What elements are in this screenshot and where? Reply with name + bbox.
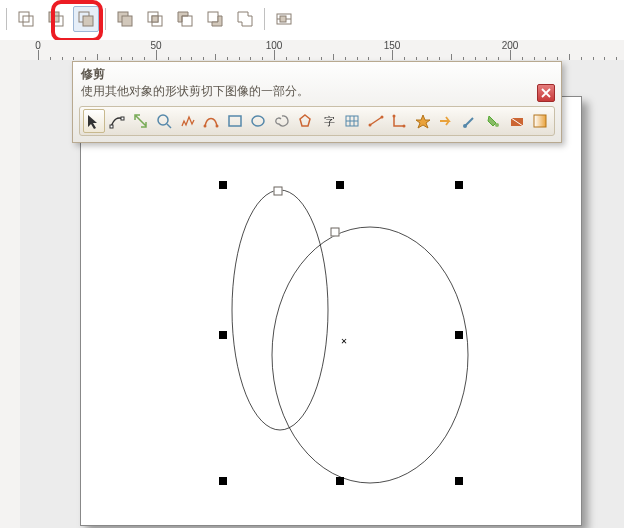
selection-handle[interactable] (336, 181, 344, 189)
connector-icon[interactable] (389, 109, 411, 133)
freehand-icon[interactable] (177, 109, 199, 133)
svg-point-35 (403, 125, 406, 128)
eyedropper-icon[interactable] (459, 109, 481, 133)
svg-rect-10 (152, 16, 158, 22)
selection-handle[interactable] (336, 477, 344, 485)
tooltip-title: 修剪 (73, 62, 561, 83)
svg-rect-24 (229, 116, 241, 126)
close-button[interactable] (537, 84, 555, 102)
svg-point-33 (380, 116, 383, 119)
zoom-icon[interactable] (154, 109, 176, 133)
svg-rect-12 (208, 12, 218, 22)
selection-center-marker: ✕ (341, 335, 347, 346)
selection-handle[interactable] (455, 477, 463, 485)
svg-point-36 (463, 124, 467, 128)
selection-handle[interactable] (219, 331, 227, 339)
svg-point-20 (158, 115, 168, 125)
selection-handle[interactable] (219, 477, 227, 485)
align-to-page-icon[interactable] (271, 6, 297, 32)
object-node-handle[interactable] (331, 228, 340, 237)
drawing-page (80, 96, 582, 526)
svg-text:字: 字 (324, 115, 335, 127)
ellipse-icon[interactable] (248, 109, 270, 133)
svg-point-22 (204, 125, 207, 128)
svg-rect-11 (182, 16, 192, 26)
toolbar-divider (264, 8, 265, 30)
back-minus-front-icon[interactable] (202, 6, 228, 32)
svg-rect-5 (83, 16, 93, 26)
polygon-icon[interactable] (295, 109, 317, 133)
table-icon[interactable] (342, 109, 364, 133)
node-edit-icon[interactable] (107, 109, 129, 133)
dimension-icon[interactable] (365, 109, 387, 133)
shaping-toolbar (0, 4, 297, 34)
simplify-icon[interactable] (232, 6, 258, 32)
svg-point-25 (252, 116, 264, 126)
svg-point-23 (216, 125, 219, 128)
svg-line-21 (167, 124, 171, 128)
svg-rect-0 (19, 12, 29, 22)
intersect-icon[interactable] (142, 6, 168, 32)
horizontal-ruler: 050100150200 (0, 40, 624, 61)
bezier-icon[interactable] (201, 109, 223, 133)
close-icon (541, 88, 551, 98)
interactive-icon[interactable] (506, 109, 528, 133)
tooltip-description: 使用其他对象的形状剪切下图像的一部分。 (73, 83, 561, 104)
transparency-icon[interactable] (530, 109, 552, 133)
pointer-icon[interactable] (83, 109, 105, 133)
svg-rect-15 (280, 16, 286, 22)
arrow-shapes-icon[interactable] (436, 109, 458, 133)
trim-icon[interactable] (73, 6, 99, 32)
tools-toolbar: 字 (79, 106, 555, 136)
vertical-ruler (0, 60, 21, 528)
toolbar-divider (105, 8, 106, 30)
object-node-handle[interactable] (274, 187, 283, 196)
align-icon[interactable] (13, 6, 39, 32)
selection-handle[interactable] (455, 331, 463, 339)
weld-icon[interactable] (112, 6, 138, 32)
spiral-icon[interactable] (271, 109, 293, 133)
tooltip-panel: 修剪 使用其他对象的形状剪切下图像的一部分。 字 (72, 61, 562, 143)
svg-point-37 (495, 123, 499, 127)
text-icon[interactable]: 字 (318, 109, 340, 133)
svg-point-32 (368, 124, 371, 127)
rectangle-icon[interactable] (224, 109, 246, 133)
combine-icon[interactable] (43, 6, 69, 32)
svg-rect-39 (534, 115, 546, 127)
svg-rect-2 (49, 12, 59, 22)
crop-icon[interactable] (130, 109, 152, 133)
selection-handle[interactable] (455, 181, 463, 189)
svg-rect-19 (121, 117, 124, 120)
svg-line-31 (370, 117, 382, 125)
front-minus-back-icon[interactable] (172, 6, 198, 32)
fill-icon[interactable] (483, 109, 505, 133)
star-icon[interactable] (412, 109, 434, 133)
svg-rect-18 (110, 125, 113, 128)
svg-rect-1 (23, 16, 33, 26)
selection-handle[interactable] (219, 181, 227, 189)
toolbar-divider (6, 8, 7, 30)
svg-rect-7 (122, 16, 132, 26)
svg-point-34 (393, 115, 396, 118)
